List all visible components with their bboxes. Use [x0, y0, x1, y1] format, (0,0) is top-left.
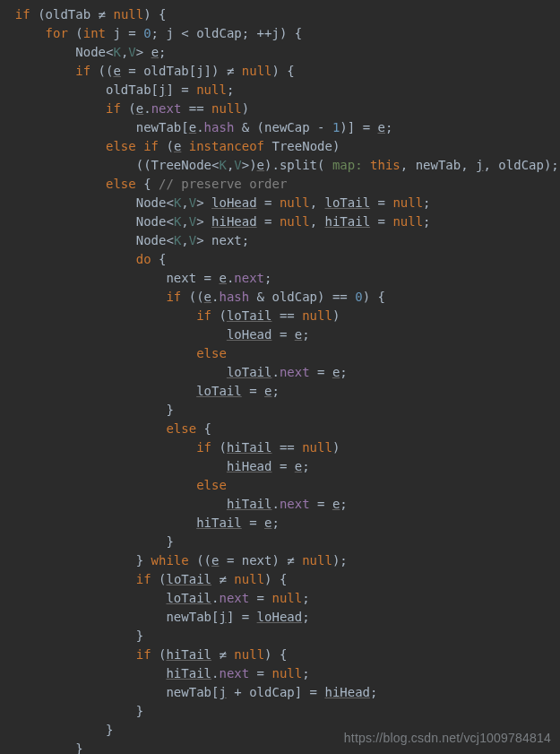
code-token: ;	[302, 591, 309, 605]
code-line[interactable]: loTail.next = null;	[0, 591, 310, 605]
code-line[interactable]: hiHead = e;	[0, 459, 310, 473]
code-line[interactable]: Node<K,V> e;	[0, 45, 167, 59]
code-token: );	[332, 553, 348, 568]
code-token: null	[392, 214, 423, 229]
code-token: hiTail	[325, 214, 371, 229]
code-line[interactable]: }	[0, 723, 113, 737]
code-line[interactable]: if (hiTail == null)	[0, 440, 340, 455]
code-line[interactable]: else if (e instanceof TreeNode)	[0, 139, 340, 153]
code-token: ;	[271, 384, 279, 398]
code-token: ((	[189, 290, 204, 304]
code-line[interactable]: hiTail.next = e;	[0, 497, 348, 511]
code-token: j =	[113, 26, 143, 40]
code-token: .	[143, 101, 151, 116]
code-token: ≠	[219, 572, 226, 586]
code-line[interactable]: next = e.next;	[0, 271, 271, 285]
code-token: =	[257, 214, 280, 229]
code-token: ,	[181, 195, 188, 210]
code-token: ≠	[219, 647, 226, 662]
code-token: ,	[310, 214, 325, 229]
code-line[interactable]: Node<K,V> next;	[0, 233, 249, 247]
code-token: e	[189, 120, 196, 134]
code-line[interactable]: if ((e.hash & oldCap) == 0) {	[0, 290, 385, 304]
code-token: (	[128, 101, 135, 116]
code-token: 0	[355, 290, 362, 304]
code-token: K	[113, 45, 120, 59]
code-token: {	[143, 177, 159, 191]
code-line[interactable]: hiTail.next = null;	[0, 666, 310, 680]
code-token: ;	[340, 365, 347, 379]
code-token: else	[166, 421, 203, 436]
code-token: & (newCap -	[234, 120, 332, 134]
code-line[interactable]: }	[0, 403, 174, 417]
code-token: (	[166, 139, 173, 153]
code-line[interactable]: ((TreeNode<K,V>)e).split( map: this, new…	[0, 158, 559, 172]
code-token: hiHead	[211, 214, 257, 229]
code-token: map:	[332, 158, 363, 172]
code-line[interactable]: if (hiTail ≠ null) {	[0, 647, 287, 662]
code-token: ;	[423, 195, 430, 210]
code-token: =	[370, 195, 392, 210]
code-token: loTail	[166, 572, 211, 586]
code-token: ((	[99, 64, 114, 78]
code-line[interactable]: newTab[e.hash & (newCap - 1)] = e;	[0, 120, 392, 134]
code-token: + oldCap] =	[227, 685, 325, 699]
code-line[interactable]: oldTab[j] = null;	[0, 82, 234, 97]
code-line[interactable]: }	[0, 741, 83, 754]
code-token: ).split(	[264, 158, 332, 172]
code-line[interactable]: newTab[j + oldCap] = hiHead;	[0, 685, 377, 699]
code-line[interactable]: loTail.next = e;	[0, 365, 348, 379]
code-token: loHead	[257, 610, 303, 624]
code-token: e	[295, 327, 302, 342]
code-token: ] =	[166, 82, 196, 97]
code-token: hiTail	[166, 647, 211, 662]
code-token: , newTab,	[401, 158, 476, 172]
code-token: TreeNode)	[271, 139, 340, 153]
code-token: )	[242, 101, 249, 116]
code-line[interactable]: else	[0, 478, 227, 492]
code-token: V	[189, 233, 196, 247]
code-token: =	[310, 365, 332, 379]
code-line[interactable]: if (loTail == null)	[0, 308, 340, 323]
code-token: null	[211, 101, 242, 116]
code-line[interactable]: else	[0, 346, 227, 360]
code-line[interactable]: loHead = e;	[0, 327, 310, 342]
code-line[interactable]: if (loTail ≠ null) {	[0, 572, 287, 586]
code-line[interactable]: hiTail = e;	[0, 516, 280, 530]
code-line[interactable]: if ((e = oldTab[j]) ≠ null) {	[0, 64, 295, 78]
code-line[interactable]: }	[0, 628, 143, 643]
code-token: .	[271, 497, 279, 511]
code-token: newTab[	[166, 610, 219, 624]
code-token: ;	[264, 271, 271, 285]
code-line[interactable]: for (int j = 0; j < oldCap; ++j) {	[0, 26, 302, 40]
code-token: if	[196, 440, 219, 455]
code-token: e	[136, 101, 143, 116]
code-token: (	[219, 308, 226, 323]
code-line[interactable]: if (oldTab ≠ null) {	[0, 7, 166, 22]
code-line[interactable]: newTab[j] = loHead;	[0, 610, 310, 624]
code-line[interactable]: else { // preserve order	[0, 177, 287, 191]
code-line[interactable]: loTail = e;	[0, 384, 280, 398]
code-token: loHead	[211, 195, 257, 210]
code-token: )	[332, 308, 340, 323]
code-token: 0	[143, 26, 151, 40]
code-token: }	[136, 704, 143, 718]
code-token: ≠	[287, 553, 294, 568]
code-line[interactable]: }	[0, 534, 174, 549]
code-token: j	[476, 158, 483, 172]
code-token: ((TreeNode<	[136, 158, 220, 172]
code-token: ;	[370, 685, 377, 699]
code-token: ;	[423, 214, 430, 229]
code-editor[interactable]: if (oldTab ≠ null) { for (int j = 0; j <…	[0, 0, 560, 754]
code-token: ;	[302, 327, 309, 342]
code-line[interactable]: Node<K,V> loHead = null, loTail = null;	[0, 195, 431, 210]
code-line[interactable]: do {	[0, 252, 166, 266]
code-token: do	[136, 252, 159, 266]
code-line[interactable]: } while ((e = next) ≠ null);	[0, 553, 348, 568]
code-token: hiTail	[166, 666, 211, 680]
code-line[interactable]: }	[0, 704, 143, 718]
code-line[interactable]: Node<K,V> hiHead = null, hiTail = null;	[0, 214, 431, 229]
code-line[interactable]: if (e.next == null)	[0, 101, 249, 116]
code-line[interactable]: else {	[0, 421, 211, 436]
code-token: null	[271, 591, 302, 605]
